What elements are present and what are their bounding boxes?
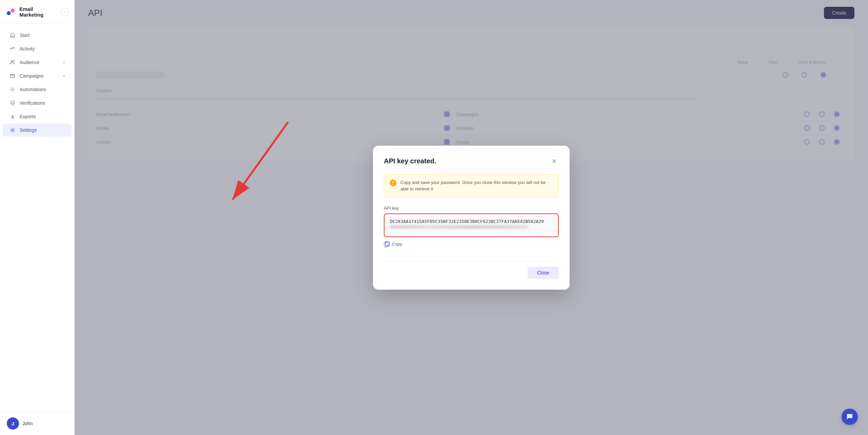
sidebar-item-settings[interactable]: Settings	[3, 124, 72, 137]
sidebar-item-exports-label: Exports	[20, 114, 36, 119]
sidebar-item-campaigns[interactable]: Campaigns ▾	[3, 69, 72, 82]
home-icon	[9, 32, 16, 38]
avatar: J	[7, 417, 19, 430]
verifications-icon	[9, 100, 16, 106]
sidebar-item-exports[interactable]: Exports	[3, 110, 72, 123]
activity-icon	[9, 46, 16, 52]
campaigns-icon	[9, 73, 16, 79]
sidebar-collapse-button[interactable]: ‹	[61, 8, 69, 16]
settings-icon	[9, 127, 16, 133]
modal-overlay: API key created. ✕ ! Copy and save your …	[75, 0, 868, 435]
main-content: API Create None View View & Modify Custo…	[75, 0, 868, 435]
sidebar-nav: Start Activity Audience ▾ Campaigns ▾	[0, 24, 74, 412]
svg-point-3	[13, 60, 15, 62]
sidebar-item-start[interactable]: Start	[3, 29, 72, 42]
sidebar-item-campaigns-label: Campaigns	[20, 73, 44, 79]
api-key-label: API key	[384, 206, 559, 211]
exports-icon	[9, 113, 16, 120]
sidebar-item-activity[interactable]: Activity	[3, 42, 72, 55]
close-icon-button[interactable]: ✕	[549, 157, 559, 166]
automations-icon	[9, 86, 16, 92]
sidebar-item-automations-label: Automations	[20, 87, 46, 92]
sidebar-item-audience[interactable]: Audience ▾	[3, 56, 72, 69]
chevron-down-icon: ▾	[63, 61, 65, 64]
sidebar-item-verifications[interactable]: Verifications	[3, 97, 72, 109]
svg-point-2	[11, 61, 13, 62]
modal-title: API key created.	[384, 157, 436, 165]
sidebar-item-audience-label: Audience	[20, 60, 39, 65]
chat-icon	[846, 413, 853, 420]
sidebar: Email Marketing ‹ Start Activity Audienc…	[0, 0, 75, 435]
warning-text: Copy and save your password. Once you cl…	[400, 179, 553, 192]
svg-point-1	[11, 8, 15, 13]
close-button[interactable]: Close	[528, 267, 559, 279]
chevron-down-icon: ▾	[63, 74, 65, 78]
sidebar-item-settings-label: Settings	[20, 127, 37, 133]
api-key-value: DC283AA17415A5F05C35BF32E235BE3B0CF623BC…	[390, 219, 553, 224]
app-logo	[5, 6, 16, 17]
sidebar-item-start-label: Start	[20, 33, 30, 38]
audience-icon	[9, 59, 16, 65]
svg-point-0	[7, 11, 11, 15]
copy-icon	[384, 241, 390, 247]
warning-icon: !	[390, 180, 396, 186]
chat-button[interactable]	[842, 409, 858, 425]
sidebar-header: Email Marketing ‹	[0, 0, 74, 24]
sidebar-item-automations[interactable]: Automations	[3, 83, 72, 96]
svg-point-4	[12, 89, 13, 90]
svg-rect-9	[386, 242, 389, 246]
api-key-modal: API key created. ✕ ! Copy and save your …	[373, 146, 570, 290]
warning-box: ! Copy and save your password. Once you …	[384, 174, 559, 198]
api-key-blurred-portion	[390, 225, 528, 229]
modal-header: API key created. ✕	[384, 157, 559, 166]
api-key-display: DC283AA17415A5F05C35BF32E235BE3B0CF623BC…	[384, 213, 559, 237]
svg-line-7	[233, 122, 288, 200]
app-name: Email Marketing	[19, 6, 57, 18]
sidebar-item-activity-label: Activity	[20, 46, 35, 51]
svg-rect-8	[384, 243, 388, 247]
sidebar-item-verifications-label: Verifications	[20, 100, 45, 106]
modal-footer: Close	[384, 261, 559, 279]
copy-label: Copy	[392, 242, 402, 247]
user-name: John	[22, 421, 33, 426]
copy-button[interactable]: Copy	[384, 239, 402, 250]
sidebar-footer: J John	[0, 412, 74, 435]
svg-point-5	[12, 129, 14, 131]
